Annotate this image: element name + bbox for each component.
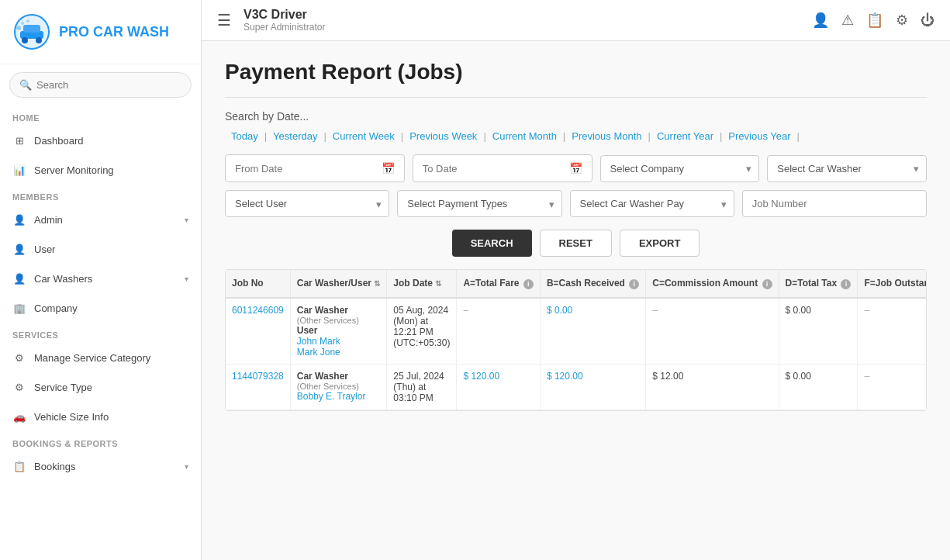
filter-previous-year[interactable]: Previous Year: [722, 130, 796, 142]
service-category-icon: ⚙: [12, 351, 26, 365]
svg-rect-4: [23, 25, 40, 33]
cell-f-outstanding: –: [858, 298, 927, 365]
select-car-washer-pay-wrap[interactable]: Select Car Washer Pay: [570, 190, 734, 217]
from-date-input[interactable]: [235, 163, 382, 175]
page-title: Payment Report (Jobs): [225, 60, 927, 85]
logo-icon: [12, 12, 51, 51]
admin-icon: 👤: [12, 213, 26, 226]
table-row: 1144079328 Car Washer (Other Services) B…: [226, 365, 927, 410]
alert-icon[interactable]: ⚠: [841, 12, 854, 29]
select-payment-types-wrap[interactable]: Select Payment Types: [397, 190, 561, 217]
sidebar-item-label: Server Monitoring: [34, 164, 188, 176]
results-table-wrap: Job No Car Washer/User ⇅ Job Date ⇅ A=To…: [225, 269, 927, 411]
job-number-input[interactable]: [752, 198, 917, 209]
col-job-no: Job No: [226, 270, 290, 298]
cell-job-no: 1144079328: [226, 365, 290, 410]
sidebar: PRO CAR WASH 🔍 HOME ⊞ Dashboard 📊 Server…: [0, 0, 202, 560]
cell-a-total-fare: $ 120.00: [457, 365, 540, 410]
date-filters: Today | Yesterday | Current Week | Previ…: [225, 130, 927, 142]
car-washer-label: Car Washer: [297, 371, 381, 382]
cell-car-washer-user: Car Washer (Other Services) Bobby E. Tra…: [290, 365, 387, 410]
sort-icon[interactable]: ⇅: [435, 279, 441, 288]
info-icon[interactable]: i: [762, 279, 772, 289]
user-label: User: [297, 325, 381, 336]
service-type-icon: ⚙: [12, 380, 26, 394]
section-bookings-label: BOOKINGS & REPORTS: [0, 431, 201, 451]
cash-received-link[interactable]: $ 120.00: [547, 371, 583, 382]
sidebar-item-label: Service Type: [34, 382, 188, 393]
select-car-washer-wrap[interactable]: Select Car Washer: [767, 155, 927, 182]
user2-link[interactable]: Mark Jone: [297, 347, 340, 358]
dashboard-icon: ⊞: [12, 133, 26, 147]
search-box[interactable]: 🔍: [9, 72, 192, 98]
sidebar-item-service-type[interactable]: ⚙ Service Type: [0, 372, 201, 402]
total-fare-link[interactable]: $ 120.00: [463, 371, 499, 382]
sidebar-item-bookings[interactable]: 📋 Bookings ▾: [0, 451, 201, 481]
filter-current-year[interactable]: Current Year: [651, 130, 720, 142]
sidebar-item-label: Bookings: [34, 461, 177, 472]
filter-yesterday[interactable]: Yesterday: [267, 130, 323, 142]
sidebar-item-vehicle-size-info[interactable]: 🚗 Vehicle Size Info: [0, 402, 201, 431]
select-car-washer[interactable]: Select Car Washer: [767, 155, 927, 182]
sidebar-item-user[interactable]: 👤 User: [0, 234, 201, 264]
doc-icon[interactable]: 📋: [866, 12, 883, 29]
search-button[interactable]: SEARCH: [452, 230, 532, 257]
job-no-link[interactable]: 1144079328: [232, 371, 284, 382]
user-link[interactable]: John Mark: [297, 336, 340, 347]
power-icon[interactable]: ⏻: [921, 12, 934, 29]
job-number-wrap[interactable]: [742, 190, 927, 217]
sidebar-item-car-washers[interactable]: 👤 Car Washers ▾: [0, 264, 201, 293]
car-washer-label: Car Washer: [297, 305, 381, 316]
chevron-down-icon: ▾: [185, 275, 188, 283]
cash-received-link[interactable]: $ 0.00: [547, 305, 572, 316]
select-company[interactable]: Select Company: [600, 155, 760, 182]
sidebar-item-admin[interactable]: 👤 Admin ▾: [0, 205, 201, 234]
filter-previous-month[interactable]: Previous Month: [565, 130, 648, 142]
chevron-down-icon: ▾: [185, 216, 188, 224]
car-washer-icon: 👤: [12, 271, 26, 285]
select-user-wrap[interactable]: Select User: [225, 190, 389, 217]
to-date-input[interactable]: [423, 163, 569, 175]
job-no-link[interactable]: 6011246609: [232, 305, 284, 316]
filter-previous-week[interactable]: Previous Week: [403, 130, 483, 142]
sidebar-item-label: User: [34, 244, 188, 255]
logo-text: PRO CAR WASH: [59, 24, 169, 40]
export-button[interactable]: EXPORT: [620, 230, 700, 257]
filter-today[interactable]: Today: [225, 130, 264, 142]
info-icon[interactable]: i: [523, 279, 534, 289]
calendar-icon[interactable]: 📅: [382, 162, 395, 175]
user-link[interactable]: Bobby E. Traylor: [297, 391, 366, 402]
filter-row-1: 📅 📅 Select Company Select Car Washer: [225, 154, 927, 182]
info-icon[interactable]: i: [841, 279, 851, 289]
sidebar-item-label: Manage Service Category: [34, 352, 188, 364]
main-content: ☰ V3C Driver Super Administrator 👤 ⚠ 📋 ⚙…: [202, 0, 950, 560]
sidebar-item-manage-service-category[interactable]: ⚙ Manage Service Category: [0, 343, 201, 372]
select-user[interactable]: Select User: [225, 190, 389, 217]
gear-icon[interactable]: ⚙: [896, 12, 908, 29]
bookings-icon: 📋: [12, 459, 26, 473]
car-washer-sub: (Other Services): [297, 316, 381, 325]
cell-job-date: 05 Aug, 2024 (Mon) at 12:21 PM (UTC:+05:…: [387, 298, 457, 365]
select-company-wrap[interactable]: Select Company: [600, 155, 760, 182]
car-washer-sub: (Other Services): [297, 382, 381, 391]
select-payment-types[interactable]: Select Payment Types: [397, 190, 561, 217]
chart-icon: 📊: [12, 163, 26, 177]
from-date-wrap[interactable]: 📅: [225, 154, 405, 182]
cell-c-commission: –: [646, 298, 779, 365]
topbar: ☰ V3C Driver Super Administrator 👤 ⚠ 📋 ⚙…: [202, 0, 950, 41]
info-icon[interactable]: i: [629, 279, 639, 289]
filter-current-month[interactable]: Current Month: [486, 130, 563, 142]
reset-button[interactable]: RESET: [540, 230, 612, 257]
select-car-washer-pay[interactable]: Select Car Washer Pay: [570, 190, 734, 217]
user-icon[interactable]: 👤: [812, 12, 829, 29]
to-date-wrap[interactable]: 📅: [413, 154, 592, 182]
search-input[interactable]: [36, 79, 181, 91]
sidebar-item-company[interactable]: 🏢 Company: [0, 293, 201, 323]
cell-f-outstanding: –: [858, 365, 927, 410]
sort-icon[interactable]: ⇅: [374, 279, 380, 288]
calendar-icon[interactable]: 📅: [569, 162, 582, 175]
menu-button[interactable]: ☰: [217, 11, 231, 29]
sidebar-item-dashboard[interactable]: ⊞ Dashboard: [0, 126, 201, 155]
filter-current-week[interactable]: Current Week: [326, 130, 401, 142]
sidebar-item-server-monitoring[interactable]: 📊 Server Monitoring: [0, 155, 201, 185]
